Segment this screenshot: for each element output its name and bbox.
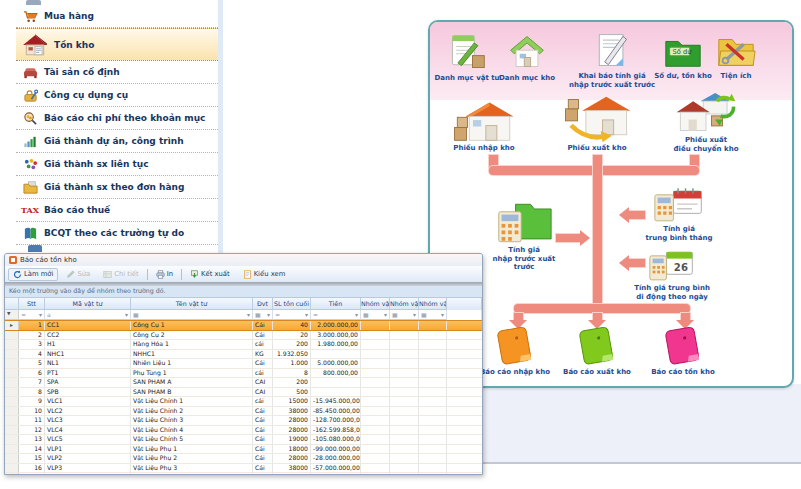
table-row[interactable]: 6PT1Phụ Tùng 1cái8800.000,00 [5, 369, 482, 379]
fixed-assets-icon [16, 65, 44, 80]
table-row[interactable]: 12VLC4Vật Liệu Chính 4Cái28000-162.599.8… [5, 426, 482, 436]
node-khai-bao-fifo[interactable]: Khai báo tính giánhập trước xuất trước [562, 30, 662, 89]
column-header[interactable]: Đvt [253, 298, 273, 310]
table-row[interactable]: 9VLC1Vật Liệu Chính 1cái15000-15.945.000… [5, 397, 482, 407]
table-cell: VLC1 [45, 397, 131, 406]
filter-type-icon[interactable]: ▦ [392, 310, 398, 319]
table-cell: Cái [253, 473, 273, 474]
filter-type-icon[interactable]: = [313, 310, 318, 319]
table-row[interactable]: 10VLC2Vật Liệu Chính 2Cái38000-85.450.00… [5, 407, 482, 417]
node-tinh-gia-trung-binh-ngay[interactable]: 26 Tính giá trung bìnhdi động theo ngày [617, 248, 727, 301]
filter-caret-icon[interactable]: ▾ [125, 310, 128, 319]
node-danh-muc-kho[interactable]: Danh mục kho [492, 30, 562, 83]
filter-cell[interactable]: ▦▾ [131, 310, 253, 320]
home-icon [16, 34, 54, 56]
table-row[interactable]: 7SPASAN PHAM ACAI200 [5, 378, 482, 388]
filter-cell[interactable]: =▾ [311, 310, 361, 320]
sidebar-item[interactable]: Công cụ dụng cụ [16, 84, 218, 107]
sidebar-item[interactable]: Tồn kho [16, 28, 218, 61]
view-style-button[interactable]: Kiểu xem [238, 268, 291, 281]
table-row[interactable]: 14VLP1Vật Liệu Phụ 1Cái18000-99.000.000,… [5, 445, 482, 455]
table-row[interactable]: 15VLP2Vật Liệu Phụ 2Cái28000-28.000.000,… [5, 454, 482, 464]
column-header[interactable]: Tiền [311, 298, 361, 310]
data-grid: SttMã vật tưTên vật tưĐvtSL tồn cuốiTiền… [5, 298, 482, 474]
filter-cell[interactable]: ▦▾ [253, 310, 273, 320]
sidebar-item[interactable]: Giá thành dự án, công trình [16, 130, 218, 153]
column-header[interactable]: Nhóm vật tư 3 [419, 298, 447, 310]
filter-cell[interactable]: a▾ [45, 310, 131, 320]
report-window-titlebar[interactable]: Báo cáo tồn kho [5, 254, 482, 266]
table-row[interactable]: ▸1CC1Công Cụ 1Cái402.000.000,00 [5, 320, 482, 331]
filter-caret-icon[interactable]: ▾ [413, 310, 416, 319]
table-row[interactable]: 16VLP3Vật Liệu Phụ 3Cái38000-57.000.000,… [5, 464, 482, 474]
export-button[interactable]: Kết xuất [185, 268, 235, 281]
refresh-button[interactable]: Làm mới [8, 268, 58, 281]
column-header[interactable]: Stt [19, 298, 45, 310]
filter-type-icon[interactable]: = [275, 310, 280, 319]
group-by-panel[interactable]: Kéo một trường vào đây để nhóm theo trườ… [5, 286, 482, 298]
connector-line [593, 313, 602, 320]
print-button[interactable]: In [151, 268, 178, 281]
row-indicator [5, 473, 19, 474]
sidebar-item[interactable]: Tài sản cố định [16, 61, 218, 84]
table-row[interactable]: 11VLC3Vật Liệu Chính 3Cái28000-128.700.0… [5, 416, 482, 426]
sidebar-item[interactable]: Giá thành sx theo đơn hàng [16, 176, 218, 199]
filter-cell[interactable]: ▦▾ [390, 310, 419, 320]
node-tinh-gia-fifo[interactable]: Tính giánhập trước xuất trước [492, 200, 556, 272]
table-cell [361, 331, 390, 340]
sidebar-item[interactable]: Báo cáo chi phí theo khoản mục [16, 107, 218, 130]
filter-type-icon[interactable]: ▦ [133, 310, 139, 319]
filter-caret-icon[interactable]: ▾ [305, 310, 308, 319]
column-header[interactable]: Mã vật tư [45, 298, 131, 310]
filter-cell[interactable]: =▾ [19, 310, 45, 320]
table-row[interactable]: 17VLP4Vật Liệu Phụ 4Cái28000-98.000.000,… [5, 473, 482, 474]
filter-type-icon[interactable]: ▦ [421, 310, 427, 319]
sidebar-item[interactable]: Mua hàng [16, 5, 218, 28]
filter-type-icon[interactable]: a [47, 310, 51, 319]
sidebar-item[interactable]: BCQT theo các trường tự do [16, 222, 218, 245]
filter-caret-icon[interactable]: ▾ [267, 310, 270, 319]
table-cell: VLC2 [45, 407, 131, 416]
table-cell: 18000 [273, 445, 311, 454]
table-row[interactable]: 5NL1Nhiên Liệu 1Cái1.0005.000.000,00 [5, 359, 482, 369]
column-header[interactable]: Nhóm vật tư 2 [390, 298, 419, 310]
table-cell: -162.599.858,00 [311, 426, 361, 435]
filter-caret-icon[interactable]: ▾ [441, 310, 444, 319]
table-cell: 200 [273, 340, 311, 349]
column-header[interactable]: Tên vật tư [131, 298, 253, 310]
node-phieu-xuat-dieu-chuyen[interactable]: Phiếu xuấtđiều chuyển kho [664, 92, 748, 153]
filter-caret-icon[interactable]: ▾ [384, 310, 387, 319]
filter-type-icon[interactable]: ▦ [255, 310, 261, 319]
filter-cell[interactable]: =▾ [273, 310, 311, 320]
table-cell: SAN PHAM A [131, 378, 253, 387]
filter-type-icon[interactable]: ▦ [363, 310, 369, 319]
sidebar-item[interactable]: Giá thành sx liên tục [16, 153, 218, 176]
node-label: Tiện ích [721, 72, 752, 80]
sidebar-item[interactable]: TAXBáo cáo thuế [16, 199, 218, 222]
table-cell: SPA [45, 378, 131, 387]
node-phieu-xuat-kho[interactable]: Phiếu xuất kho [554, 94, 640, 153]
column-header[interactable]: Nhóm vật tư 1 [361, 298, 390, 310]
node-tien-ich[interactable]: Tiện ích [701, 30, 771, 81]
stock-report-folder-icon [660, 322, 706, 368]
table-row[interactable]: 4NHC1NHHC1KG1.932.050 [5, 350, 482, 360]
edit-button[interactable]: Sửa [61, 268, 95, 281]
node-tinh-gia-trung-binh-thang[interactable]: Tính giátrung bình tháng [624, 185, 734, 242]
column-header[interactable]: SL tồn cuối [273, 298, 311, 310]
table-row[interactable]: 13VLC5Vật Liệu Chính 5Cái19000-105.080.0… [5, 435, 482, 445]
filter-caret-icon[interactable]: ▾ [247, 310, 250, 319]
table-row[interactable]: 8SPBSAN PHAM BCAI500 [5, 388, 482, 398]
table-cell [390, 397, 419, 406]
filter-cell[interactable]: ▦▾ [419, 310, 447, 320]
table-row[interactable]: 3H1Hàng Hóa 1cái2001.980.000,00 [5, 340, 482, 350]
table-cell: 200 [273, 378, 311, 387]
filter-caret-icon[interactable]: ▾ [39, 310, 42, 319]
row-filler [447, 369, 482, 378]
table-row[interactable]: 2CC2Công Cụ 2Cái203.000.000,00 [5, 331, 482, 341]
node-phieu-nhap-kho[interactable]: Phiếu nhập kho [444, 98, 524, 153]
filter-type-icon[interactable]: = [21, 310, 26, 319]
filter-cell[interactable]: ▦▾ [361, 310, 390, 320]
filter-caret-icon[interactable]: ▾ [355, 310, 358, 319]
detail-button[interactable]: Chi tiết [98, 268, 144, 281]
node-bao-cao-ton-kho[interactable]: Báo cáo tồn kho [628, 322, 738, 377]
